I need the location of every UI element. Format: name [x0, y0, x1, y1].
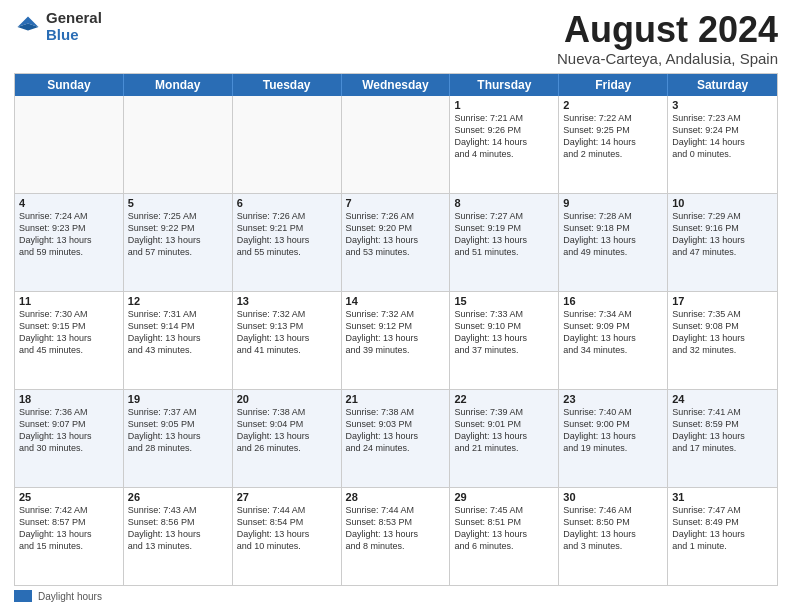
day-number: 6 — [237, 197, 337, 209]
cal-cell-day-3: 3Sunrise: 7:23 AM Sunset: 9:24 PM Daylig… — [668, 96, 777, 193]
day-number: 31 — [672, 491, 773, 503]
cal-cell-day-21: 21Sunrise: 7:38 AM Sunset: 9:03 PM Dayli… — [342, 390, 451, 487]
cal-cell-empty — [15, 96, 124, 193]
day-number: 19 — [128, 393, 228, 405]
logo-icon — [14, 13, 42, 41]
day-info: Sunrise: 7:41 AM Sunset: 8:59 PM Dayligh… — [672, 406, 773, 455]
cal-cell-day-5: 5Sunrise: 7:25 AM Sunset: 9:22 PM Daylig… — [124, 194, 233, 291]
day-info: Sunrise: 7:40 AM Sunset: 9:00 PM Dayligh… — [563, 406, 663, 455]
day-info: Sunrise: 7:26 AM Sunset: 9:20 PM Dayligh… — [346, 210, 446, 259]
cal-cell-day-6: 6Sunrise: 7:26 AM Sunset: 9:21 PM Daylig… — [233, 194, 342, 291]
cal-cell-day-23: 23Sunrise: 7:40 AM Sunset: 9:00 PM Dayli… — [559, 390, 668, 487]
cal-cell-day-1: 1Sunrise: 7:21 AM Sunset: 9:26 PM Daylig… — [450, 96, 559, 193]
day-number: 22 — [454, 393, 554, 405]
cal-cell-day-26: 26Sunrise: 7:43 AM Sunset: 8:56 PM Dayli… — [124, 488, 233, 585]
logo-text: General Blue — [46, 10, 102, 43]
cal-week-5: 25Sunrise: 7:42 AM Sunset: 8:57 PM Dayli… — [15, 488, 777, 585]
day-info: Sunrise: 7:46 AM Sunset: 8:50 PM Dayligh… — [563, 504, 663, 553]
day-info: Sunrise: 7:38 AM Sunset: 9:03 PM Dayligh… — [346, 406, 446, 455]
day-number: 5 — [128, 197, 228, 209]
subtitle: Nueva-Carteya, Andalusia, Spain — [557, 50, 778, 67]
day-info: Sunrise: 7:43 AM Sunset: 8:56 PM Dayligh… — [128, 504, 228, 553]
logo: General Blue — [14, 10, 102, 43]
calendar-header-row: SundayMondayTuesdayWednesdayThursdayFrid… — [15, 74, 777, 96]
cal-cell-day-15: 15Sunrise: 7:33 AM Sunset: 9:10 PM Dayli… — [450, 292, 559, 389]
cal-week-3: 11Sunrise: 7:30 AM Sunset: 9:15 PM Dayli… — [15, 292, 777, 390]
day-number: 7 — [346, 197, 446, 209]
cal-header-tuesday: Tuesday — [233, 74, 342, 96]
calendar: SundayMondayTuesdayWednesdayThursdayFrid… — [14, 73, 778, 586]
cal-week-4: 18Sunrise: 7:36 AM Sunset: 9:07 PM Dayli… — [15, 390, 777, 488]
cal-cell-day-29: 29Sunrise: 7:45 AM Sunset: 8:51 PM Dayli… — [450, 488, 559, 585]
day-info: Sunrise: 7:36 AM Sunset: 9:07 PM Dayligh… — [19, 406, 119, 455]
day-number: 15 — [454, 295, 554, 307]
day-info: Sunrise: 7:22 AM Sunset: 9:25 PM Dayligh… — [563, 112, 663, 161]
day-info: Sunrise: 7:31 AM Sunset: 9:14 PM Dayligh… — [128, 308, 228, 357]
day-number: 2 — [563, 99, 663, 111]
cal-cell-day-16: 16Sunrise: 7:34 AM Sunset: 9:09 PM Dayli… — [559, 292, 668, 389]
title-block: August 2024 Nueva-Carteya, Andalusia, Sp… — [557, 10, 778, 67]
cal-cell-day-12: 12Sunrise: 7:31 AM Sunset: 9:14 PM Dayli… — [124, 292, 233, 389]
day-number: 4 — [19, 197, 119, 209]
cal-cell-empty — [233, 96, 342, 193]
cal-cell-day-10: 10Sunrise: 7:29 AM Sunset: 9:16 PM Dayli… — [668, 194, 777, 291]
cal-header-wednesday: Wednesday — [342, 74, 451, 96]
day-info: Sunrise: 7:33 AM Sunset: 9:10 PM Dayligh… — [454, 308, 554, 357]
cal-cell-day-7: 7Sunrise: 7:26 AM Sunset: 9:20 PM Daylig… — [342, 194, 451, 291]
day-number: 21 — [346, 393, 446, 405]
cal-cell-day-17: 17Sunrise: 7:35 AM Sunset: 9:08 PM Dayli… — [668, 292, 777, 389]
logo-general: General — [46, 10, 102, 27]
calendar-body: 1Sunrise: 7:21 AM Sunset: 9:26 PM Daylig… — [15, 96, 777, 585]
day-info: Sunrise: 7:25 AM Sunset: 9:22 PM Dayligh… — [128, 210, 228, 259]
day-number: 14 — [346, 295, 446, 307]
day-info: Sunrise: 7:37 AM Sunset: 9:05 PM Dayligh… — [128, 406, 228, 455]
cal-cell-day-22: 22Sunrise: 7:39 AM Sunset: 9:01 PM Dayli… — [450, 390, 559, 487]
day-number: 25 — [19, 491, 119, 503]
day-info: Sunrise: 7:44 AM Sunset: 8:53 PM Dayligh… — [346, 504, 446, 553]
day-info: Sunrise: 7:21 AM Sunset: 9:26 PM Dayligh… — [454, 112, 554, 161]
day-number: 28 — [346, 491, 446, 503]
day-number: 26 — [128, 491, 228, 503]
cal-cell-day-25: 25Sunrise: 7:42 AM Sunset: 8:57 PM Dayli… — [15, 488, 124, 585]
day-info: Sunrise: 7:32 AM Sunset: 9:13 PM Dayligh… — [237, 308, 337, 357]
cal-cell-day-24: 24Sunrise: 7:41 AM Sunset: 8:59 PM Dayli… — [668, 390, 777, 487]
day-number: 13 — [237, 295, 337, 307]
day-number: 27 — [237, 491, 337, 503]
cal-cell-day-30: 30Sunrise: 7:46 AM Sunset: 8:50 PM Dayli… — [559, 488, 668, 585]
cal-cell-day-9: 9Sunrise: 7:28 AM Sunset: 9:18 PM Daylig… — [559, 194, 668, 291]
cal-cell-day-14: 14Sunrise: 7:32 AM Sunset: 9:12 PM Dayli… — [342, 292, 451, 389]
header: General Blue August 2024 Nueva-Carteya, … — [14, 10, 778, 67]
day-number: 29 — [454, 491, 554, 503]
day-info: Sunrise: 7:45 AM Sunset: 8:51 PM Dayligh… — [454, 504, 554, 553]
day-number: 1 — [454, 99, 554, 111]
cal-header-monday: Monday — [124, 74, 233, 96]
day-number: 18 — [19, 393, 119, 405]
footer: Daylight hours — [14, 586, 778, 602]
day-number: 16 — [563, 295, 663, 307]
daylight-swatch — [14, 590, 32, 602]
cal-cell-empty — [342, 96, 451, 193]
day-info: Sunrise: 7:32 AM Sunset: 9:12 PM Dayligh… — [346, 308, 446, 357]
day-info: Sunrise: 7:47 AM Sunset: 8:49 PM Dayligh… — [672, 504, 773, 553]
cal-week-2: 4Sunrise: 7:24 AM Sunset: 9:23 PM Daylig… — [15, 194, 777, 292]
cal-cell-day-27: 27Sunrise: 7:44 AM Sunset: 8:54 PM Dayli… — [233, 488, 342, 585]
cal-cell-day-4: 4Sunrise: 7:24 AM Sunset: 9:23 PM Daylig… — [15, 194, 124, 291]
footer-label: Daylight hours — [38, 591, 102, 602]
cal-header-thursday: Thursday — [450, 74, 559, 96]
cal-cell-day-2: 2Sunrise: 7:22 AM Sunset: 9:25 PM Daylig… — [559, 96, 668, 193]
day-number: 8 — [454, 197, 554, 209]
cal-cell-day-20: 20Sunrise: 7:38 AM Sunset: 9:04 PM Dayli… — [233, 390, 342, 487]
day-info: Sunrise: 7:23 AM Sunset: 9:24 PM Dayligh… — [672, 112, 773, 161]
cal-header-saturday: Saturday — [668, 74, 777, 96]
day-info: Sunrise: 7:28 AM Sunset: 9:18 PM Dayligh… — [563, 210, 663, 259]
day-number: 17 — [672, 295, 773, 307]
main-title: August 2024 — [557, 10, 778, 50]
day-info: Sunrise: 7:24 AM Sunset: 9:23 PM Dayligh… — [19, 210, 119, 259]
cal-cell-day-28: 28Sunrise: 7:44 AM Sunset: 8:53 PM Dayli… — [342, 488, 451, 585]
cal-cell-empty — [124, 96, 233, 193]
day-number: 11 — [19, 295, 119, 307]
day-number: 30 — [563, 491, 663, 503]
cal-cell-day-31: 31Sunrise: 7:47 AM Sunset: 8:49 PM Dayli… — [668, 488, 777, 585]
day-info: Sunrise: 7:34 AM Sunset: 9:09 PM Dayligh… — [563, 308, 663, 357]
cal-cell-day-18: 18Sunrise: 7:36 AM Sunset: 9:07 PM Dayli… — [15, 390, 124, 487]
